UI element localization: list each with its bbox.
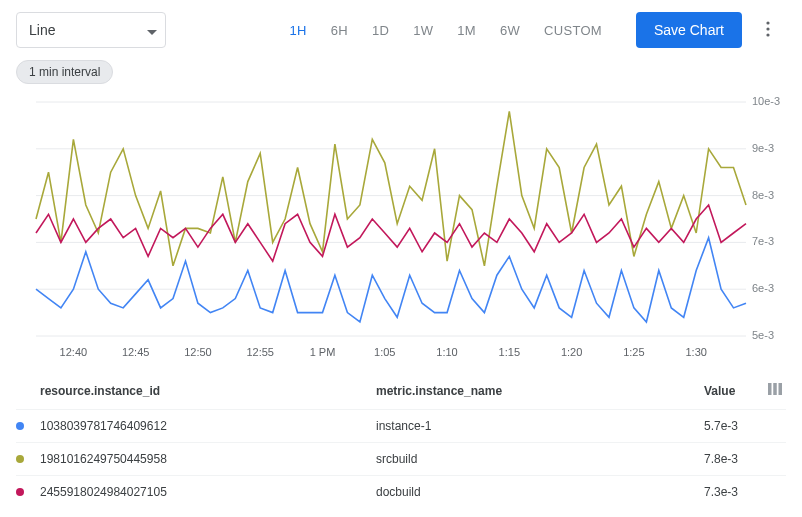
x-tick-label: 1:30 bbox=[685, 346, 706, 358]
table-row[interactable]: 1038039781746409612instance-15.7e-3 bbox=[16, 409, 786, 442]
series-color-dot bbox=[16, 488, 24, 496]
x-tick-label: 1:10 bbox=[436, 346, 457, 358]
x-tick-label: 1:05 bbox=[374, 346, 395, 358]
svg-point-0 bbox=[766, 21, 769, 24]
y-tick-label: 10e-3 bbox=[752, 95, 780, 107]
column-chooser-button[interactable] bbox=[764, 382, 786, 399]
toolbar: Line 1H6H1D1W1M6WCUSTOM Save Chart bbox=[0, 12, 802, 60]
x-tick-label: 12:55 bbox=[246, 346, 274, 358]
chip-row: 1 min interval bbox=[0, 60, 802, 94]
cell-value: 5.7e-3 bbox=[704, 419, 786, 433]
line-chart[interactable]: 5e-36e-37e-38e-39e-310e-312:4012:4512:50… bbox=[16, 94, 786, 364]
cell-value: 7.3e-3 bbox=[704, 485, 786, 499]
time-range-1w[interactable]: 1W bbox=[401, 17, 445, 44]
more-vert-icon bbox=[766, 21, 770, 40]
y-tick-label: 6e-3 bbox=[752, 282, 774, 294]
svg-point-1 bbox=[766, 27, 769, 30]
y-tick-label: 9e-3 bbox=[752, 142, 774, 154]
dropdown-icon bbox=[147, 22, 157, 38]
x-tick-label: 1:15 bbox=[499, 346, 520, 358]
time-range-1m[interactable]: 1M bbox=[445, 17, 488, 44]
table-header-row: resource.instance_id metric.instance_nam… bbox=[16, 372, 786, 409]
save-chart-button[interactable]: Save Chart bbox=[636, 12, 742, 48]
more-options-button[interactable] bbox=[750, 12, 786, 48]
x-tick-label: 1:20 bbox=[561, 346, 582, 358]
x-tick-label: 12:50 bbox=[184, 346, 212, 358]
columns-icon bbox=[768, 382, 782, 399]
cell-instance-id: 1038039781746409612 bbox=[40, 419, 167, 433]
chart-type-select[interactable]: Line bbox=[16, 12, 166, 48]
th-instance-name[interactable]: metric.instance_name bbox=[376, 384, 704, 398]
y-tick-label: 7e-3 bbox=[752, 235, 774, 247]
th-value[interactable]: Value bbox=[704, 384, 764, 398]
svg-rect-4 bbox=[773, 383, 777, 395]
th-instance-id[interactable]: resource.instance_id bbox=[16, 384, 376, 398]
series-color-dot bbox=[16, 455, 24, 463]
x-tick-label: 12:45 bbox=[122, 346, 150, 358]
series-color-dot bbox=[16, 422, 24, 430]
time-range-1d[interactable]: 1D bbox=[360, 17, 401, 44]
cell-instance-name: srcbuild bbox=[376, 452, 704, 466]
table-row[interactable]: 2455918024984027105docbuild7.3e-3 bbox=[16, 475, 786, 508]
legend-table: resource.instance_id metric.instance_nam… bbox=[0, 364, 802, 508]
cell-value: 7.8e-3 bbox=[704, 452, 786, 466]
x-tick-label: 1 PM bbox=[310, 346, 336, 358]
time-range-1h[interactable]: 1H bbox=[278, 17, 319, 44]
svg-point-2 bbox=[766, 33, 769, 36]
time-range-6h[interactable]: 6H bbox=[319, 17, 360, 44]
series-line-instance-1 bbox=[36, 238, 746, 322]
table-row[interactable]: 1981016249750445958srcbuild7.8e-3 bbox=[16, 442, 786, 475]
y-tick-label: 8e-3 bbox=[752, 189, 774, 201]
time-range-tabs: 1H6H1D1W1M6WCUSTOM bbox=[278, 17, 614, 44]
time-range-6w[interactable]: 6W bbox=[488, 17, 532, 44]
cell-instance-id: 2455918024984027105 bbox=[40, 485, 167, 499]
x-tick-label: 12:40 bbox=[60, 346, 88, 358]
x-tick-label: 1:25 bbox=[623, 346, 644, 358]
svg-rect-3 bbox=[768, 383, 772, 395]
time-range-custom[interactable]: CUSTOM bbox=[532, 17, 614, 44]
y-tick-label: 5e-3 bbox=[752, 329, 774, 341]
interval-chip[interactable]: 1 min interval bbox=[16, 60, 113, 84]
chart-type-label: Line bbox=[29, 22, 55, 38]
cell-instance-name: docbuild bbox=[376, 485, 704, 499]
cell-instance-id: 1981016249750445958 bbox=[40, 452, 167, 466]
svg-rect-5 bbox=[779, 383, 783, 395]
cell-instance-name: instance-1 bbox=[376, 419, 704, 433]
